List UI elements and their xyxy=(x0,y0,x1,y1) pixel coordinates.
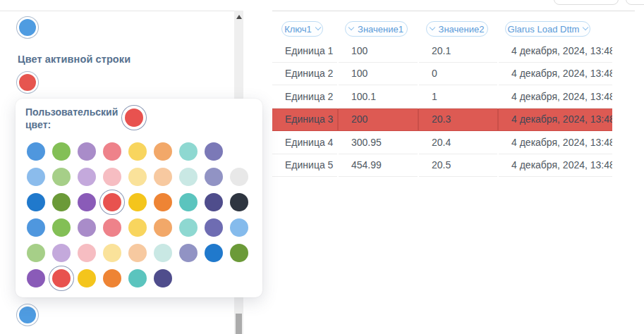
color-swatch[interactable] xyxy=(99,266,125,291)
color-swatch-dot xyxy=(52,193,71,211)
chevron-down-icon xyxy=(315,25,321,30)
color-swatch[interactable] xyxy=(125,215,150,240)
table-cell: 20.1 xyxy=(419,39,497,63)
color-swatch-dot xyxy=(52,269,71,287)
color-swatch[interactable] xyxy=(23,240,49,266)
color-swatch[interactable] xyxy=(176,139,201,164)
color-swatch[interactable] xyxy=(23,190,49,215)
color-swatch[interactable] xyxy=(49,139,74,164)
table-cell: Единица 2 xyxy=(272,63,337,86)
color-swatch-dot xyxy=(179,244,198,262)
color-swatch[interactable] xyxy=(99,139,125,164)
column-header-glarus-load-dttm[interactable]: Glarus Load Dttm xyxy=(505,21,590,37)
table-row[interactable]: Единица 2100.114 декабря, 2024, 13:48 xyxy=(272,85,612,109)
color-swatch[interactable] xyxy=(226,215,252,240)
color-swatch[interactable] xyxy=(23,215,49,240)
color-swatch[interactable] xyxy=(49,164,74,190)
color-swatch-dot xyxy=(154,168,172,186)
color-swatch[interactable] xyxy=(176,190,201,215)
color-swatch[interactable] xyxy=(201,164,226,190)
color-swatch-dot xyxy=(78,142,96,161)
table-cell: 0 xyxy=(419,63,497,86)
color-swatch[interactable] xyxy=(201,139,226,164)
color-swatch-dot xyxy=(78,269,96,287)
color-swatch-dot xyxy=(103,218,121,237)
color-swatch[interactable] xyxy=(49,266,74,291)
table-cell: 4 декабря, 2024, 13:48 xyxy=(499,63,612,86)
color-picker-top[interactable] xyxy=(19,19,36,36)
table-cell: Единица 1 xyxy=(272,39,337,63)
color-swatch[interactable] xyxy=(125,190,150,215)
column-header-value1[interactable]: Значение1 xyxy=(345,21,408,37)
scroll-up-icon[interactable] xyxy=(236,15,242,19)
color-swatch[interactable] xyxy=(99,190,125,215)
color-swatch[interactable] xyxy=(226,164,252,190)
table-cell: 20.5 xyxy=(419,154,497,178)
color-swatch[interactable] xyxy=(74,164,99,190)
custom-color-label: Пользовательский цвет: xyxy=(25,106,128,131)
scrollbar-thumb[interactable] xyxy=(236,314,242,334)
color-swatch-dot xyxy=(230,168,248,186)
table-cell: 4 декабря, 2024, 13:48 xyxy=(499,131,612,154)
color-swatch[interactable] xyxy=(74,139,99,164)
column-header-label: Ключ1 xyxy=(284,24,312,35)
table-row-active[interactable]: Единица 320020.34 декабря, 2024, 13:48 xyxy=(272,109,612,132)
color-swatch[interactable] xyxy=(99,215,125,240)
toolbar-button-left[interactable] xyxy=(554,0,619,5)
color-swatch[interactable] xyxy=(125,240,150,266)
color-swatch[interactable] xyxy=(176,240,201,266)
table-cell: 4 декабря, 2024, 13:48 xyxy=(499,154,612,178)
color-swatch[interactable] xyxy=(226,190,252,215)
color-swatch-dot xyxy=(154,244,172,262)
color-swatch[interactable] xyxy=(150,164,176,190)
color-swatch[interactable] xyxy=(201,240,226,266)
color-swatch-dot xyxy=(128,218,147,237)
color-picker-bottom[interactable] xyxy=(19,307,36,323)
color-swatch[interactable] xyxy=(226,240,252,266)
color-swatch[interactable] xyxy=(150,215,176,240)
color-swatch[interactable] xyxy=(125,266,150,291)
table-row[interactable]: Единица 4300.9520.44 декабря, 2024, 13:4… xyxy=(272,131,612,154)
color-swatch[interactable] xyxy=(49,215,74,240)
color-swatch-dot xyxy=(205,218,223,237)
color-swatch-dot xyxy=(179,193,198,211)
active-row-color-picker[interactable] xyxy=(19,74,36,91)
color-swatch[interactable] xyxy=(23,139,49,164)
color-swatch[interactable] xyxy=(176,164,201,190)
column-header-key1[interactable]: Ключ1 xyxy=(281,21,323,37)
toolbar-button-right[interactable] xyxy=(626,0,644,5)
color-swatch[interactable] xyxy=(125,164,150,190)
color-swatch[interactable] xyxy=(74,266,99,291)
color-swatch[interactable] xyxy=(23,266,49,291)
color-swatch[interactable] xyxy=(49,190,74,215)
table-cell: 4 декабря, 2024, 13:48 xyxy=(499,85,612,109)
color-swatch[interactable] xyxy=(74,215,99,240)
color-swatch[interactable] xyxy=(201,215,226,240)
color-swatch-dot xyxy=(52,142,71,161)
column-header-value2[interactable]: Значение2 xyxy=(426,21,488,37)
swatch-row xyxy=(23,164,252,190)
color-swatch[interactable] xyxy=(99,240,125,266)
color-swatch[interactable] xyxy=(23,164,49,190)
color-swatch[interactable] xyxy=(150,190,176,215)
color-swatch[interactable] xyxy=(150,240,176,266)
table-row[interactable]: Единица 5454.9920.54 декабря, 2024, 13:4… xyxy=(272,154,612,178)
column-header-label: Glarus Load Dttm xyxy=(508,24,580,35)
color-swatch[interactable] xyxy=(176,215,201,240)
color-swatch[interactable] xyxy=(150,266,176,291)
color-swatch[interactable] xyxy=(49,240,74,266)
table-cell: 1 xyxy=(419,85,497,109)
selected-color-swatch[interactable] xyxy=(125,109,143,127)
color-swatch-dot xyxy=(103,193,121,211)
color-swatch[interactable] xyxy=(150,139,176,164)
color-swatch-dot xyxy=(205,168,223,186)
table-cell: 100 xyxy=(339,63,418,86)
color-swatch-dot xyxy=(230,244,248,262)
table-row[interactable]: Единица 210004 декабря, 2024, 13:48 xyxy=(272,63,612,86)
color-swatch[interactable] xyxy=(99,164,125,190)
color-swatch[interactable] xyxy=(74,190,99,215)
table-row[interactable]: Единица 110020.14 декабря, 2024, 13:48 xyxy=(272,39,612,63)
color-swatch[interactable] xyxy=(125,139,150,164)
color-swatch[interactable] xyxy=(201,190,226,215)
color-swatch[interactable] xyxy=(74,240,99,266)
